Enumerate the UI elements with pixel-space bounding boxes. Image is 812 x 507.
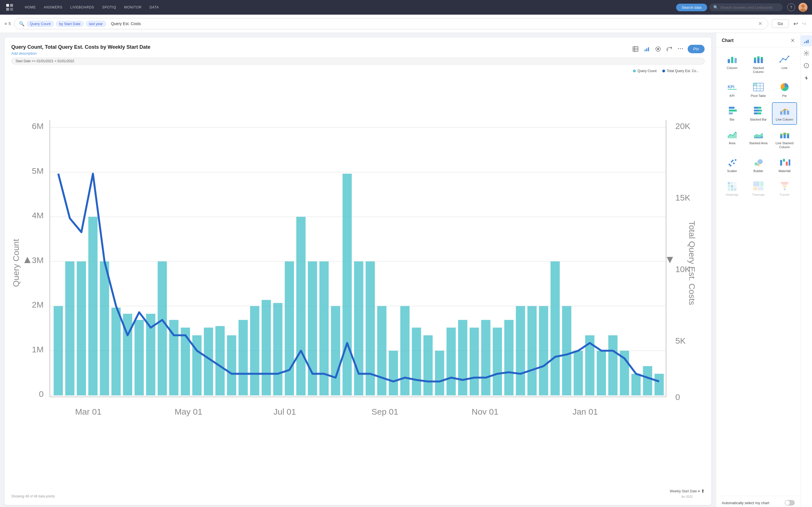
nav-data[interactable]: DATA — [146, 4, 162, 11]
svg-rect-127 — [754, 107, 758, 109]
filter-count[interactable]: ≡ 5 — [4, 21, 11, 26]
svg-text:6M: 6M — [32, 121, 44, 131]
chart-type-treemap[interactable]: Treemap — [746, 177, 771, 200]
chart-type-pivot-table[interactable]: Pivot Table — [746, 78, 771, 101]
svg-text:Jul 01: Jul 01 — [273, 407, 296, 416]
svg-rect-12 — [645, 50, 646, 51]
svg-point-147 — [732, 160, 733, 161]
chart-type-heatmap[interactable]: Heatmap — [719, 177, 745, 200]
svg-text:i: i — [806, 64, 807, 67]
svg-text:5M: 5M — [32, 166, 44, 175]
svg-rect-66 — [354, 262, 363, 395]
clear-search-button[interactable]: ✕ — [757, 20, 763, 27]
logo[interactable] — [4, 2, 15, 12]
svg-rect-161 — [728, 188, 730, 191]
chart-type-stacked-bar[interactable]: Stacked Bar — [746, 102, 771, 125]
svg-rect-108 — [757, 56, 760, 58]
chart-view-button[interactable] — [642, 45, 651, 54]
auto-select-toggle[interactable] — [784, 500, 795, 506]
svg-rect-92 — [654, 374, 664, 395]
chart-type-label-area: Area — [729, 141, 735, 145]
svg-text:15K: 15K — [675, 193, 690, 202]
chart-type-waterfall[interactable]: Waterfall — [772, 154, 797, 176]
chart-footer: Showing 48 of 48 data points Weekly Star… — [11, 489, 705, 498]
svg-rect-64 — [331, 306, 340, 395]
svg-text:Nov 01: Nov 01 — [472, 407, 499, 416]
nav-answers[interactable]: ANSWERS — [40, 4, 66, 11]
back-arrow-button[interactable]: ↩ — [792, 19, 799, 28]
chart-type-line-stacked-column[interactable]: Line Stacked Column — [772, 126, 797, 153]
svg-rect-14 — [648, 47, 649, 51]
chart-type-line[interactable]: Line — [772, 51, 797, 77]
forward-arrow-button[interactable]: ↪ — [801, 19, 808, 28]
legend-label-total-cost: Total Query Est. Co... — [667, 69, 699, 73]
legend-query-count: Query Count — [633, 69, 657, 73]
main-chart: 6M 5M 4M 3M 2M 1M 0 20K 15K 10K 5K 0 ▲ ▼… — [11, 69, 705, 486]
table-view-button[interactable] — [631, 45, 640, 54]
lightning-tab[interactable] — [801, 72, 812, 83]
chart-panel-tab[interactable] — [801, 35, 812, 47]
svg-text:Jan 01: Jan 01 — [572, 407, 598, 416]
info-tab[interactable]: i — [801, 60, 812, 71]
chart-type-stacked-column[interactable]: Stacked Column — [746, 51, 771, 77]
chart-panel-footer: Automatically select my chart — [716, 496, 801, 507]
main-content: Query Count, Total Query Est. Costs by W… — [0, 33, 812, 507]
chart-type-line-column[interactable]: Line Column — [772, 102, 797, 125]
chart-type-label-stacked-column: Stacked Column — [748, 66, 769, 74]
nav-monitor[interactable]: MONITOR — [121, 4, 145, 11]
legend-dot-total-cost — [662, 69, 665, 72]
chart-panel-close-button[interactable]: ✕ — [791, 38, 795, 44]
svg-rect-78 — [493, 328, 502, 395]
date-filter-badge[interactable]: Start Date >= 01/01/2021 < 01/01/2022 — [11, 58, 705, 64]
search-liveboards-box[interactable]: 🔍 — [709, 3, 783, 11]
chart-type-bubble[interactable]: Bubble — [746, 154, 771, 176]
chart-type-label-heatmap: Heatmap — [726, 193, 739, 196]
settings-tab[interactable] — [801, 48, 812, 59]
search-data-button[interactable]: Search data — [676, 4, 707, 11]
share-button[interactable] — [665, 45, 674, 54]
go-button[interactable]: Go — [772, 19, 789, 28]
svg-rect-88 — [608, 335, 617, 395]
chart-type-area[interactable]: Area — [719, 126, 745, 153]
svg-text:4M: 4M — [32, 211, 44, 220]
nav-home[interactable]: HOME — [21, 4, 39, 11]
chart-type-stacked-area[interactable]: Stacked Area — [746, 126, 771, 153]
chart-type-kpi[interactable]: KPI KPI — [719, 78, 745, 101]
chart-type-label-funnel: Funnel — [780, 193, 790, 196]
svg-rect-72 — [423, 335, 433, 395]
chart-type-label-line-column: Line Column — [776, 117, 794, 121]
add-description-link[interactable]: Add description — [11, 51, 150, 55]
chart-type-pie[interactable]: Pie — [772, 78, 797, 101]
legend-dot-query-count — [633, 69, 636, 72]
chart-type-scatter[interactable]: Scatter — [719, 154, 745, 176]
svg-rect-65 — [343, 174, 352, 395]
more-options-button[interactable]: ··· — [676, 44, 686, 54]
svg-text:KPI: KPI — [728, 84, 734, 89]
nav-liveboards[interactable]: LIVEBOARDS — [67, 4, 98, 11]
sort-up-icon[interactable]: ⬆ — [701, 489, 705, 494]
svg-point-111 — [779, 61, 781, 63]
chart-type-bar[interactable]: Bar — [719, 102, 745, 125]
svg-rect-130 — [759, 110, 762, 112]
search-box[interactable]: 🔍 Query Count by Start Date last year Qu… — [14, 18, 768, 29]
search-tag-query-count[interactable]: Query Count — [27, 21, 54, 27]
svg-rect-172 — [806, 41, 807, 43]
insights-button[interactable] — [654, 45, 663, 54]
help-button[interactable]: ? — [787, 3, 795, 11]
nav-spotiq[interactable]: SPOTIQ — [99, 4, 119, 11]
search-liveboards-input[interactable] — [720, 5, 779, 10]
sort-sub-label: for 2021 — [681, 495, 693, 498]
search-tag-last-year[interactable]: last year — [86, 21, 106, 27]
chart-type-funnel[interactable]: Funnel — [772, 177, 797, 200]
sort-label[interactable]: Weekly Start Date ▾ ⬆ — [670, 489, 705, 494]
search-tag-by-start-date[interactable]: by Start Date — [56, 21, 84, 27]
search-tag-query-est-costs[interactable]: Query Est. Costs — [108, 21, 144, 26]
chart-types-grid: Column Stacked Column Line KPI KPI Pivot… — [716, 47, 801, 203]
svg-point-174 — [806, 52, 807, 54]
chart-type-column[interactable]: Column — [719, 51, 745, 77]
svg-rect-41 — [65, 262, 74, 395]
pin-button[interactable]: Pin — [688, 45, 705, 53]
avatar[interactable] — [799, 3, 808, 12]
svg-rect-56 — [239, 320, 248, 395]
svg-text:Sep 01: Sep 01 — [371, 407, 398, 416]
